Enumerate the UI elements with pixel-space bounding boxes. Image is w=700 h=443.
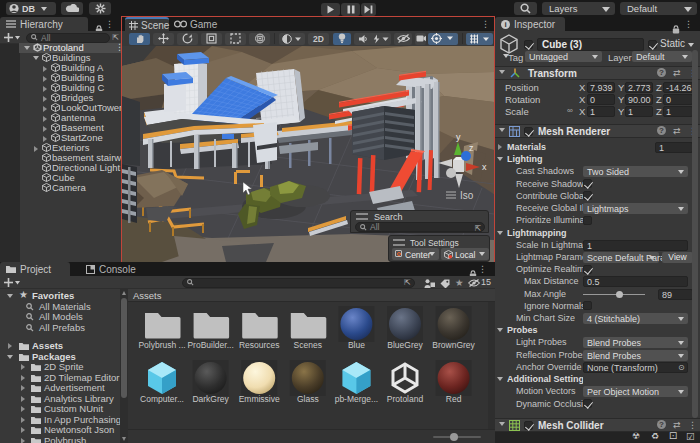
svg-text:DarkGrey: DarkGrey <box>192 394 229 404</box>
svg-text:Computer...: Computer... <box>140 394 184 404</box>
svg-text:pb-Merge...: pb-Merge... <box>335 394 378 404</box>
svg-text:x: x <box>482 162 487 172</box>
svg-text:y: y <box>456 132 461 142</box>
svg-text:ProBuilder...: ProBuilder... <box>187 340 233 350</box>
svg-text:Red: Red <box>446 394 462 404</box>
svg-text:BrownGrey: BrownGrey <box>432 340 475 350</box>
svg-text:Glass: Glass <box>297 394 319 404</box>
svg-text:BlueGrey: BlueGrey <box>387 340 423 350</box>
svg-text:Iso: Iso <box>460 190 474 201</box>
svg-text:Emmissive: Emmissive <box>239 394 280 404</box>
svg-text:Resources: Resources <box>239 340 280 350</box>
svg-text:DB: DB <box>22 4 35 14</box>
svg-text:Polybrush ...: Polybrush ... <box>138 340 185 350</box>
svg-text:Scenes: Scenes <box>294 340 322 350</box>
svg-text:z: z <box>469 143 474 153</box>
svg-text:Protoland: Protoland <box>387 394 424 404</box>
svg-text:Blue: Blue <box>348 340 365 350</box>
